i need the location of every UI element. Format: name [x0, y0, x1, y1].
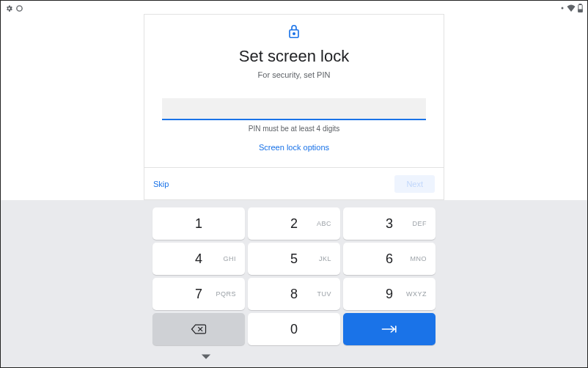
screen-lock-options-link[interactable]: Screen lock options: [259, 143, 329, 152]
svg-rect-4: [578, 10, 582, 12]
key-backspace[interactable]: [152, 313, 245, 345]
chevron-down-icon: [201, 353, 211, 361]
status-left: [5, 4, 23, 12]
screen: Set screen lock For security, set PIN PI…: [0, 0, 588, 368]
svg-point-1: [562, 7, 564, 10]
svg-rect-3: [579, 4, 581, 4]
set-screen-lock-card: Set screen lock For security, set PIN PI…: [144, 14, 444, 200]
page-title: Set screen lock: [239, 47, 349, 66]
card-footer: Skip Next: [144, 167, 444, 199]
keypad-row: 0: [152, 313, 436, 345]
pin-input[interactable]: [162, 98, 426, 120]
keypad-row: 4GHI 5JKL 6MNO: [152, 243, 436, 275]
key-enter[interactable]: [343, 313, 436, 345]
backspace-icon: [191, 323, 207, 335]
svg-point-0: [17, 5, 22, 10]
lock-icon: [287, 23, 301, 43]
status-bar: [1, 1, 587, 15]
status-right: [560, 4, 583, 12]
keypad-row: 7PQRS 8TUV 9WXYZ: [152, 278, 436, 310]
page-subtitle: For security, set PIN: [258, 70, 331, 79]
key-2[interactable]: 2ABC: [248, 207, 340, 240]
keypad-row: 1 2ABC 3DEF: [152, 207, 436, 240]
key-5[interactable]: 5JKL: [248, 243, 340, 275]
pin-hint: PIN must be at least 4 digits: [249, 125, 340, 133]
key-4[interactable]: 4GHI: [152, 243, 245, 275]
key-7[interactable]: 7PQRS: [152, 278, 245, 310]
dot-icon: [560, 6, 565, 10]
card-body: Set screen lock For security, set PIN PI…: [144, 15, 444, 167]
key-0[interactable]: 0: [248, 313, 340, 345]
key-3[interactable]: 3DEF: [343, 207, 436, 240]
circle-icon: [15, 4, 23, 12]
gear-icon: [5, 4, 13, 12]
key-6[interactable]: 6MNO: [343, 243, 436, 275]
skip-button[interactable]: Skip: [153, 180, 169, 188]
battery-icon: [578, 4, 583, 12]
svg-point-6: [293, 33, 295, 34]
next-button: Next: [394, 175, 435, 193]
wifi-icon: [567, 4, 576, 12]
key-9[interactable]: 9WXYZ: [343, 278, 436, 310]
collapse-keyboard-button[interactable]: [199, 350, 213, 364]
enter-icon: [381, 324, 398, 334]
numeric-keypad: 1 2ABC 3DEF 4GHI 5JKL 6MNO 7PQRS 8TUV 9W…: [152, 207, 436, 348]
key-1[interactable]: 1: [152, 207, 245, 240]
key-8[interactable]: 8TUV: [248, 278, 340, 310]
